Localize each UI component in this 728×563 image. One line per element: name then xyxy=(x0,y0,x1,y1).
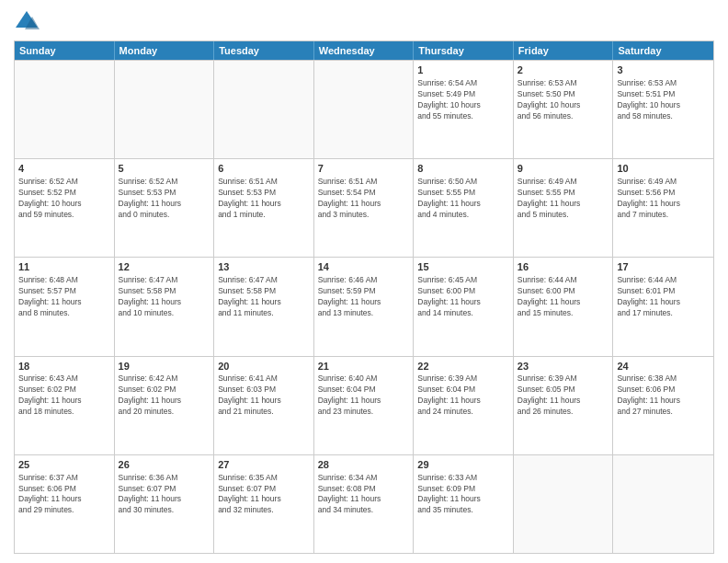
day-info: Sunrise: 6:49 AM Sunset: 5:55 PM Dayligh… xyxy=(518,177,609,221)
day-number: 12 xyxy=(119,260,210,274)
header xyxy=(14,9,714,35)
day-number: 15 xyxy=(417,260,509,274)
day-number: 29 xyxy=(417,458,509,472)
calendar-cell: 6Sunrise: 6:51 AM Sunset: 5:53 PM Daylig… xyxy=(214,159,314,257)
day-info: Sunrise: 6:53 AM Sunset: 5:50 PM Dayligh… xyxy=(518,78,609,122)
day-number: 6 xyxy=(218,162,310,176)
calendar-row: 25Sunrise: 6:37 AM Sunset: 6:06 PM Dayli… xyxy=(15,454,713,553)
calendar-cell xyxy=(15,61,115,158)
day-number: 21 xyxy=(318,360,410,373)
calendar-cell: 10Sunrise: 6:49 AM Sunset: 5:56 PM Dayli… xyxy=(613,159,713,257)
calendar-cell: 17Sunrise: 6:44 AM Sunset: 6:01 PM Dayli… xyxy=(613,258,713,355)
day-number: 19 xyxy=(119,360,210,373)
calendar-cell: 25Sunrise: 6:37 AM Sunset: 6:06 PM Dayli… xyxy=(15,455,115,553)
day-info: Sunrise: 6:40 AM Sunset: 6:04 PM Dayligh… xyxy=(318,373,410,418)
day-number: 13 xyxy=(218,260,310,274)
calendar-cell xyxy=(314,61,415,158)
day-info: Sunrise: 6:47 AM Sunset: 5:58 PM Dayligh… xyxy=(218,275,310,319)
calendar-cell: 22Sunrise: 6:39 AM Sunset: 6:04 PM Dayli… xyxy=(414,357,514,454)
day-number: 25 xyxy=(18,458,110,472)
calendar-cell: 4Sunrise: 6:52 AM Sunset: 5:52 PM Daylig… xyxy=(15,159,115,257)
calendar-cell: 1Sunrise: 6:54 AM Sunset: 5:49 PM Daylig… xyxy=(414,61,514,158)
day-number: 10 xyxy=(617,162,710,176)
calendar-cell: 29Sunrise: 6:33 AM Sunset: 6:09 PM Dayli… xyxy=(414,455,514,553)
day-number: 16 xyxy=(518,260,609,274)
day-number: 14 xyxy=(318,260,410,274)
calendar-cell: 18Sunrise: 6:43 AM Sunset: 6:02 PM Dayli… xyxy=(15,357,115,454)
calendar-body: 1Sunrise: 6:54 AM Sunset: 5:49 PM Daylig… xyxy=(15,60,713,553)
day-info: Sunrise: 6:47 AM Sunset: 5:58 PM Dayligh… xyxy=(119,275,210,319)
day-number: 4 xyxy=(18,162,110,176)
calendar-row: 11Sunrise: 6:48 AM Sunset: 5:57 PM Dayli… xyxy=(15,257,713,355)
calendar-cell: 7Sunrise: 6:51 AM Sunset: 5:54 PM Daylig… xyxy=(314,159,415,257)
calendar-header-cell: Saturday xyxy=(613,41,713,60)
day-info: Sunrise: 6:38 AM Sunset: 6:06 PM Dayligh… xyxy=(617,373,710,418)
calendar-cell: 16Sunrise: 6:44 AM Sunset: 6:00 PM Dayli… xyxy=(514,258,614,355)
day-info: Sunrise: 6:42 AM Sunset: 6:02 PM Dayligh… xyxy=(119,373,210,418)
day-number: 26 xyxy=(119,458,210,472)
day-number: 28 xyxy=(318,458,410,472)
day-info: Sunrise: 6:54 AM Sunset: 5:49 PM Dayligh… xyxy=(417,78,509,122)
day-info: Sunrise: 6:39 AM Sunset: 6:05 PM Dayligh… xyxy=(518,373,609,418)
day-number: 22 xyxy=(417,360,509,373)
calendar-header-cell: Thursday xyxy=(414,41,514,60)
day-info: Sunrise: 6:45 AM Sunset: 6:00 PM Dayligh… xyxy=(417,275,509,319)
logo-icon xyxy=(14,9,40,35)
calendar-row: 4Sunrise: 6:52 AM Sunset: 5:52 PM Daylig… xyxy=(15,158,713,257)
day-number: 2 xyxy=(518,63,609,77)
day-info: Sunrise: 6:53 AM Sunset: 5:51 PM Dayligh… xyxy=(617,78,710,122)
day-number: 18 xyxy=(18,360,110,373)
day-number: 8 xyxy=(417,162,509,176)
day-info: Sunrise: 6:48 AM Sunset: 5:57 PM Dayligh… xyxy=(18,275,110,319)
calendar-header-cell: Tuesday xyxy=(214,41,314,60)
calendar-cell: 21Sunrise: 6:40 AM Sunset: 6:04 PM Dayli… xyxy=(314,357,415,454)
calendar-row: 18Sunrise: 6:43 AM Sunset: 6:02 PM Dayli… xyxy=(15,356,713,454)
day-number: 1 xyxy=(417,63,509,77)
calendar-row: 1Sunrise: 6:54 AM Sunset: 5:49 PM Daylig… xyxy=(15,60,713,158)
day-info: Sunrise: 6:51 AM Sunset: 5:54 PM Dayligh… xyxy=(318,177,410,221)
calendar-header-cell: Sunday xyxy=(15,41,115,60)
calendar-cell: 12Sunrise: 6:47 AM Sunset: 5:58 PM Dayli… xyxy=(115,258,215,355)
day-info: Sunrise: 6:51 AM Sunset: 5:53 PM Dayligh… xyxy=(218,177,310,221)
calendar-cell: 27Sunrise: 6:35 AM Sunset: 6:07 PM Dayli… xyxy=(214,455,314,553)
day-info: Sunrise: 6:52 AM Sunset: 5:53 PM Dayligh… xyxy=(119,177,210,221)
calendar-cell: 24Sunrise: 6:38 AM Sunset: 6:06 PM Dayli… xyxy=(613,357,713,454)
day-info: Sunrise: 6:39 AM Sunset: 6:04 PM Dayligh… xyxy=(417,373,509,418)
day-number: 5 xyxy=(119,162,210,176)
calendar-cell: 28Sunrise: 6:34 AM Sunset: 6:08 PM Dayli… xyxy=(314,455,415,553)
calendar-header-cell: Monday xyxy=(115,41,215,60)
day-number: 20 xyxy=(218,360,310,373)
calendar-cell: 9Sunrise: 6:49 AM Sunset: 5:55 PM Daylig… xyxy=(514,159,614,257)
day-info: Sunrise: 6:34 AM Sunset: 6:08 PM Dayligh… xyxy=(318,473,410,517)
day-number: 11 xyxy=(18,260,110,274)
day-info: Sunrise: 6:37 AM Sunset: 6:06 PM Dayligh… xyxy=(18,473,110,517)
calendar-cell xyxy=(214,61,314,158)
day-info: Sunrise: 6:50 AM Sunset: 5:55 PM Dayligh… xyxy=(417,177,509,221)
day-info: Sunrise: 6:36 AM Sunset: 6:07 PM Dayligh… xyxy=(119,473,210,517)
calendar-cell: 15Sunrise: 6:45 AM Sunset: 6:00 PM Dayli… xyxy=(414,258,514,355)
day-number: 24 xyxy=(617,360,710,373)
calendar-cell: 14Sunrise: 6:46 AM Sunset: 5:59 PM Dayli… xyxy=(314,258,415,355)
calendar: SundayMondayTuesdayWednesdayThursdayFrid… xyxy=(14,40,714,554)
calendar-header: SundayMondayTuesdayWednesdayThursdayFrid… xyxy=(15,41,713,60)
day-number: 7 xyxy=(318,162,410,176)
calendar-cell xyxy=(514,455,614,553)
day-info: Sunrise: 6:33 AM Sunset: 6:09 PM Dayligh… xyxy=(417,473,509,517)
day-number: 17 xyxy=(617,260,710,274)
day-info: Sunrise: 6:46 AM Sunset: 5:59 PM Dayligh… xyxy=(318,275,410,319)
page: SundayMondayTuesdayWednesdayThursdayFrid… xyxy=(0,0,728,563)
calendar-cell: 8Sunrise: 6:50 AM Sunset: 5:55 PM Daylig… xyxy=(414,159,514,257)
day-info: Sunrise: 6:35 AM Sunset: 6:07 PM Dayligh… xyxy=(218,473,310,517)
day-number: 3 xyxy=(617,63,710,77)
day-number: 27 xyxy=(218,458,310,472)
calendar-header-cell: Friday xyxy=(514,41,614,60)
day-info: Sunrise: 6:41 AM Sunset: 6:03 PM Dayligh… xyxy=(218,373,310,418)
calendar-cell: 3Sunrise: 6:53 AM Sunset: 5:51 PM Daylig… xyxy=(613,61,713,158)
calendar-cell: 19Sunrise: 6:42 AM Sunset: 6:02 PM Dayli… xyxy=(115,357,215,454)
calendar-cell: 26Sunrise: 6:36 AM Sunset: 6:07 PM Dayli… xyxy=(115,455,215,553)
day-info: Sunrise: 6:44 AM Sunset: 6:00 PM Dayligh… xyxy=(518,275,609,319)
calendar-header-cell: Wednesday xyxy=(314,41,415,60)
day-info: Sunrise: 6:43 AM Sunset: 6:02 PM Dayligh… xyxy=(18,373,110,418)
day-number: 23 xyxy=(518,360,609,373)
day-number: 9 xyxy=(518,162,609,176)
